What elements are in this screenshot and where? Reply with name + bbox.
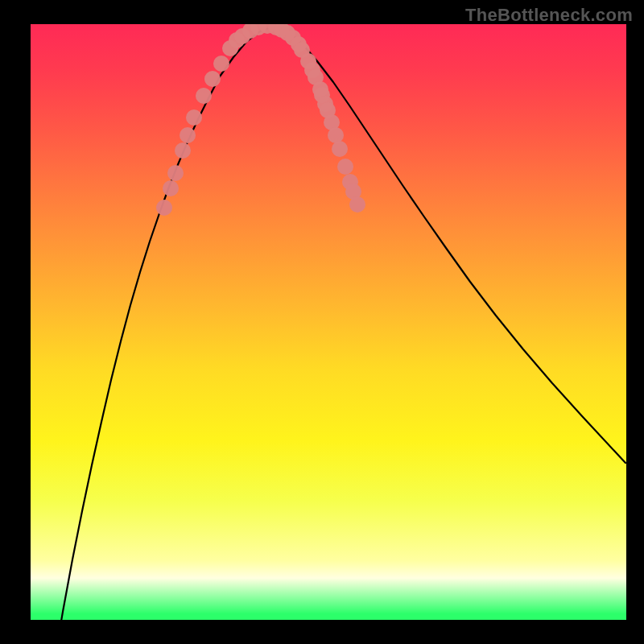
data-point (175, 142, 191, 159)
data-point (328, 127, 344, 143)
data-point (332, 141, 348, 157)
data-points-group (156, 24, 365, 216)
data-point (204, 71, 221, 87)
chart-svg (31, 24, 626, 620)
data-point (156, 200, 172, 216)
data-point (163, 180, 179, 196)
plot-area (31, 24, 626, 620)
bottleneck-curve (53, 27, 625, 620)
data-point (167, 165, 184, 181)
data-point (196, 88, 212, 104)
data-point (213, 56, 229, 72)
watermark-text: TheBottleneck.com (465, 5, 633, 26)
data-point (337, 159, 353, 175)
data-point (180, 127, 196, 143)
chart-stage: TheBottleneck.com (0, 0, 644, 644)
data-point (186, 109, 202, 126)
data-point (349, 196, 365, 213)
